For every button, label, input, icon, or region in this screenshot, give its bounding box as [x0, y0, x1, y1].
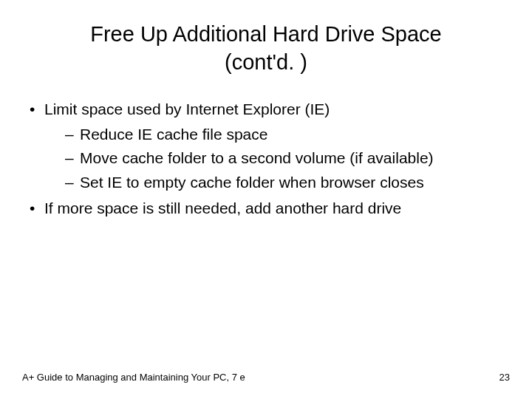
sub-text: Reduce IE cache file space	[80, 126, 267, 143]
bullet-list: Limit space used by Internet Explorer (I…	[22, 98, 510, 219]
bullet-item: If more space is still needed, add anoth…	[28, 197, 510, 219]
bullet-text: If more space is still needed, add anoth…	[44, 200, 401, 216]
sub-item: Move cache folder to a second volume (if…	[65, 147, 510, 168]
footer: A+ Guide to Managing and Maintaining You…	[22, 372, 510, 383]
sub-list: Reduce IE cache file space Move cache fo…	[44, 123, 510, 193]
title-line-1: Free Up Additional Hard Drive Space	[90, 22, 442, 46]
page-number: 23	[499, 372, 510, 383]
bullet-item: Limit space used by Internet Explorer (I…	[28, 98, 510, 193]
footer-left: A+ Guide to Managing and Maintaining You…	[22, 372, 245, 383]
slide-content: Limit space used by Internet Explorer (I…	[22, 98, 510, 219]
title-line-2: (cont'd. )	[225, 50, 307, 74]
sub-item: Set IE to empty cache folder when browse…	[65, 171, 510, 193]
slide-title: Free Up Additional Hard Drive Space (con…	[22, 21, 510, 76]
bullet-text: Limit space used by Internet Explorer (I…	[44, 100, 330, 117]
sub-text: Move cache folder to a second volume (if…	[80, 149, 434, 166]
sub-text: Set IE to empty cache folder when browse…	[80, 174, 424, 191]
sub-item: Reduce IE cache file space	[65, 123, 510, 145]
